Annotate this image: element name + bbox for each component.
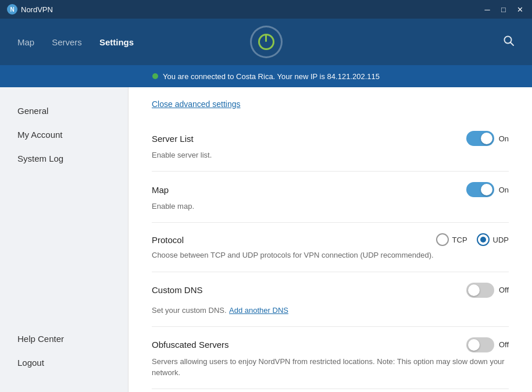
obfuscated-servers-toggle[interactable] bbox=[466, 337, 494, 352]
sidebar-item-system-log[interactable]: System Log bbox=[0, 147, 128, 170]
setting-server-list-title: Server List bbox=[152, 134, 194, 144]
nav-links: Map Servers Settings bbox=[17, 37, 134, 47]
protocol-udp-radio bbox=[477, 233, 490, 246]
protocol-udp-option[interactable]: UDP bbox=[477, 233, 509, 246]
server-list-toggle-thumb bbox=[481, 133, 492, 144]
sidebar: General My Account System Log Help Cente… bbox=[0, 87, 128, 392]
minimize-button[interactable]: ─ bbox=[480, 3, 495, 16]
setting-server-list: Server List On Enable server list. bbox=[152, 120, 509, 172]
obfuscated-servers-toggle-label: Off bbox=[499, 340, 509, 349]
sidebar-item-general[interactable]: General bbox=[0, 99, 128, 123]
search-button[interactable] bbox=[503, 35, 515, 49]
titlebar-controls: ─ □ ✕ bbox=[480, 3, 527, 16]
sidebar-item-logout[interactable]: Logout bbox=[0, 351, 128, 375]
server-list-toggle[interactable] bbox=[466, 131, 494, 146]
settings-content: Close advanced settings Server List On E… bbox=[128, 87, 532, 392]
setting-server-list-header: Server List On bbox=[152, 131, 509, 146]
search-icon bbox=[503, 35, 515, 47]
nav-map[interactable]: Map bbox=[17, 37, 34, 47]
protocol-udp-label: UDP bbox=[493, 236, 509, 244]
setting-protocol-title: Protocol bbox=[152, 235, 184, 245]
setting-custom-dns-control: Off bbox=[466, 283, 509, 298]
setting-map-title: Map bbox=[152, 185, 169, 195]
setting-server-list-control: On bbox=[466, 131, 509, 146]
power-icon bbox=[258, 34, 274, 50]
setting-map: Map On Enable map. bbox=[152, 172, 509, 223]
sidebar-item-help-center[interactable]: Help Center bbox=[0, 327, 128, 351]
nav-servers[interactable]: Servers bbox=[52, 37, 82, 47]
setting-map-header: Map On bbox=[152, 182, 509, 197]
protocol-tcp-label: TCP bbox=[452, 236, 467, 244]
map-toggle[interactable] bbox=[466, 182, 494, 197]
setting-obfuscated-servers-control: Off bbox=[466, 337, 509, 352]
setting-obfuscated-servers-desc: Servers allowing users to enjoy NordVPN … bbox=[152, 357, 505, 377]
power-button[interactable] bbox=[250, 26, 283, 58]
setting-protocol-desc: Choose between TCP and UDP protocols for… bbox=[152, 251, 434, 259]
setting-map-desc: Enable map. bbox=[152, 202, 194, 211]
add-another-dns-link[interactable]: Add another DNS bbox=[229, 306, 288, 315]
setting-obfuscated-servers-header: Obfuscated Servers Off bbox=[152, 337, 509, 352]
close-advanced-settings[interactable]: Close advanced settings bbox=[152, 99, 241, 109]
setting-custom-dns-desc: Set your custom DNS. bbox=[152, 306, 227, 315]
setting-protocol-control: TCP UDP bbox=[436, 233, 509, 246]
app-title: NordVPN bbox=[21, 5, 53, 14]
setting-protocol-header: Protocol TCP UDP bbox=[152, 233, 509, 246]
sidebar-item-my-account[interactable]: My Account bbox=[0, 123, 128, 147]
svg-line-1 bbox=[510, 42, 513, 45]
custom-dns-toggle-thumb bbox=[468, 284, 480, 296]
nav-settings[interactable]: Settings bbox=[99, 37, 134, 47]
setting-custom-dns-title: Custom DNS bbox=[152, 285, 203, 295]
map-toggle-label: On bbox=[499, 186, 509, 194]
setting-obfuscated-servers-title: Obfuscated Servers bbox=[152, 340, 229, 350]
maximize-button[interactable]: □ bbox=[496, 3, 511, 16]
protocol-tcp-radio bbox=[436, 233, 449, 246]
setting-custom-dns: Custom DNS Off Set your custom DNS. Add … bbox=[152, 272, 509, 327]
server-list-toggle-label: On bbox=[499, 134, 509, 143]
setting-obfuscated-servers: Obfuscated Servers Off Servers allowing … bbox=[152, 327, 509, 389]
custom-dns-toggle[interactable] bbox=[466, 283, 494, 298]
close-button[interactable]: ✕ bbox=[512, 3, 527, 16]
obfuscated-servers-toggle-thumb bbox=[468, 339, 480, 351]
setting-server-list-desc: Enable server list. bbox=[152, 151, 212, 159]
titlebar-left: N NordVPN bbox=[7, 4, 53, 15]
status-dot bbox=[152, 73, 158, 79]
statusbar: You are connected to Costa Rica. Your ne… bbox=[0, 65, 532, 87]
setting-custom-dns-header: Custom DNS Off bbox=[152, 283, 509, 298]
sidebar-top: General My Account System Log bbox=[0, 99, 128, 170]
navbar: Map Servers Settings bbox=[0, 19, 532, 65]
app-logo: N bbox=[7, 4, 17, 15]
sidebar-bottom: Help Center Logout bbox=[0, 327, 128, 380]
setting-map-control: On bbox=[466, 182, 509, 197]
setting-protocol: Protocol TCP UDP Choose between TCP and … bbox=[152, 223, 509, 272]
titlebar: N NordVPN ─ □ ✕ bbox=[0, 0, 532, 19]
main-layout: General My Account System Log Help Cente… bbox=[0, 87, 532, 392]
protocol-tcp-option[interactable]: TCP bbox=[436, 233, 467, 246]
status-message: You are connected to Costa Rica. Your ne… bbox=[163, 72, 380, 81]
custom-dns-toggle-label: Off bbox=[499, 286, 509, 294]
map-toggle-thumb bbox=[481, 184, 492, 195]
power-button-container bbox=[250, 26, 283, 58]
